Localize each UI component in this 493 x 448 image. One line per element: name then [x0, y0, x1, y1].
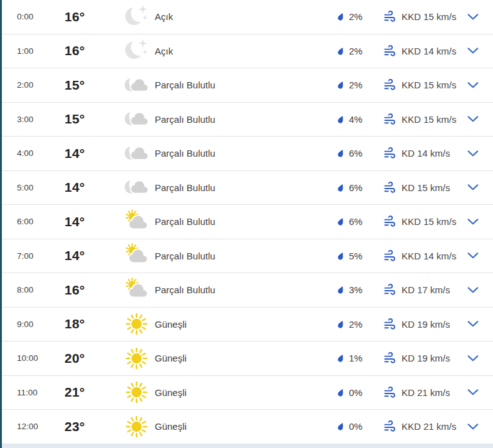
time-label: 11:00	[17, 388, 65, 397]
wind-cell: KD 14 km/s	[383, 147, 467, 160]
raindrop-icon	[336, 216, 345, 227]
wind-label: KD 15 km/s	[402, 182, 450, 193]
forecast-row[interactable]: 5:00 14° Parçalı Bulutlu 6% KD 15 km/s	[0, 171, 493, 206]
cloud-shape	[128, 212, 148, 232]
expand-row-button[interactable]	[467, 184, 493, 191]
expand-row-button[interactable]	[467, 13, 493, 21]
wind-cell: KKD 14 km/s	[383, 249, 467, 263]
expand-row-button[interactable]	[467, 355, 493, 362]
forecast-row[interactable]: 4:00 14° Parçalı Bulutlu 6% KD 14 km/s	[0, 137, 493, 171]
chevron-down-icon	[467, 81, 479, 89]
crescent-moon-shape	[125, 41, 143, 59]
chevron-down-icon	[467, 320, 479, 328]
time-label: 3:00	[17, 115, 65, 124]
partly-cloudy-night-icon	[124, 73, 149, 98]
forecast-row[interactable]: 12:00 23° Güneşli	[0, 410, 493, 444]
precipitation-cell: 2%	[336, 319, 383, 330]
weather-icon	[124, 38, 155, 63]
forecast-row[interactable]: 6:00 14° Parçalı Bulutlu	[0, 205, 493, 239]
expand-row-button[interactable]	[467, 252, 493, 259]
wind-label: KKD 14 km/s	[402, 46, 457, 56]
forecast-row[interactable]: 7:00 14° Parçalı Bulutlu	[0, 239, 493, 274]
condition-label: Parçalı Bulutlu	[155, 182, 336, 193]
raindrop-icon	[336, 319, 345, 330]
time-label: 7:00	[17, 251, 65, 261]
star-sparkle	[142, 15, 148, 21]
temperature-label: 21°	[65, 385, 124, 400]
chevron-down-icon	[467, 423, 479, 430]
wind-icon	[383, 78, 397, 91]
forecast-row[interactable]: 1:00 16° Açık 2% KKD 14 km/s	[0, 34, 493, 69]
temperature-label: 16°	[65, 283, 124, 298]
condition-label: Güneşli	[155, 353, 336, 363]
partly-cloudy-day-icon	[124, 278, 149, 303]
expand-row-button[interactable]	[467, 286, 493, 294]
cloud-shape	[130, 75, 149, 95]
expand-row-button[interactable]	[467, 81, 493, 89]
expand-row-button[interactable]	[467, 388, 493, 396]
next-section-edge	[0, 444, 493, 448]
chevron-down-icon	[467, 13, 479, 21]
wind-icon	[383, 318, 397, 331]
wind-cell: KD 15 km/s	[383, 181, 467, 194]
wind-cell: KD 17 km/s	[383, 283, 467, 296]
condition-label: Parçalı Bulutlu	[155, 251, 336, 261]
raindrop-icon	[336, 114, 345, 125]
weather-icon	[124, 346, 155, 371]
partly-cloudy-night-icon	[124, 175, 149, 200]
forecast-row[interactable]: 3:00 15° Parçalı Bulutlu 4% KKD 15 km/s	[0, 103, 493, 137]
time-label: 1:00	[17, 46, 65, 56]
hourly-forecast-table: 0:00 16° Açık 2% KKD 15 km/s 1:00	[0, 0, 493, 444]
condition-label: Açık	[155, 46, 336, 56]
forecast-row[interactable]: 11:00 21° Güneşli	[0, 376, 493, 410]
expand-row-button[interactable]	[467, 320, 493, 328]
cloud-shape	[128, 246, 148, 266]
expand-row-button[interactable]	[467, 115, 493, 123]
forecast-row[interactable]: 8:00 16° Parçalı Bulutlu	[0, 273, 493, 308]
precipitation-cell: 1%	[336, 353, 383, 363]
raindrop-icon	[336, 353, 345, 363]
forecast-row[interactable]: 10:00 20° Güneşli	[0, 341, 493, 376]
weather-icon	[124, 243, 155, 268]
time-label: 4:00	[17, 148, 65, 158]
temperature-label: 20°	[65, 351, 124, 366]
chevron-down-icon	[467, 286, 479, 294]
temperature-label: 14°	[65, 214, 124, 229]
precipitation-label: 0%	[349, 387, 363, 398]
raindrop-icon	[336, 182, 345, 193]
cloud-shape	[130, 177, 149, 197]
precipitation-cell: 3%	[336, 284, 383, 295]
raindrop-icon	[336, 11, 345, 22]
precipitation-cell: 2%	[336, 80, 383, 90]
clear-night-icon	[124, 38, 149, 63]
wind-cell: KKD 14 km/s	[383, 44, 467, 58]
raindrop-icon	[336, 46, 345, 56]
expand-row-button[interactable]	[467, 423, 493, 430]
wind-cell: KKD 15 km/s	[383, 113, 467, 126]
forecast-row[interactable]: 9:00 18° Güneşli	[0, 308, 493, 342]
precipitation-label: 0%	[349, 421, 363, 432]
weather-icon	[124, 311, 155, 336]
star-sparkle	[142, 49, 148, 55]
precipitation-cell: 2%	[336, 46, 383, 56]
wind-cell: KD 19 km/s	[383, 352, 467, 365]
panel-left-edge	[0, 0, 2, 448]
wind-cell: KKD 15 km/s	[383, 10, 467, 23]
wind-icon	[383, 352, 397, 365]
expand-row-button[interactable]	[467, 150, 493, 157]
expand-row-button[interactable]	[467, 218, 493, 226]
forecast-row[interactable]: 0:00 16° Açık 2% KKD 15 km/s	[0, 0, 493, 34]
forecast-row[interactable]: 2:00 15° Parçalı Bulutlu 2% KKD 15 km/s	[0, 68, 493, 103]
wind-cell: KKD 15 km/s	[383, 215, 467, 228]
expand-row-button[interactable]	[467, 47, 493, 55]
precipitation-cell: 0%	[336, 387, 383, 398]
wind-label: KKD 14 km/s	[402, 251, 457, 261]
chevron-down-icon	[467, 150, 479, 157]
chevron-down-icon	[467, 115, 479, 123]
wind-cell: KKD 15 km/s	[383, 78, 467, 91]
wind-cell: KD 19 km/s	[383, 318, 467, 331]
precipitation-cell: 4%	[336, 114, 383, 125]
time-label: 9:00	[17, 320, 65, 329]
time-label: 12:00	[17, 422, 65, 431]
crescent-moon-shape	[125, 8, 143, 25]
